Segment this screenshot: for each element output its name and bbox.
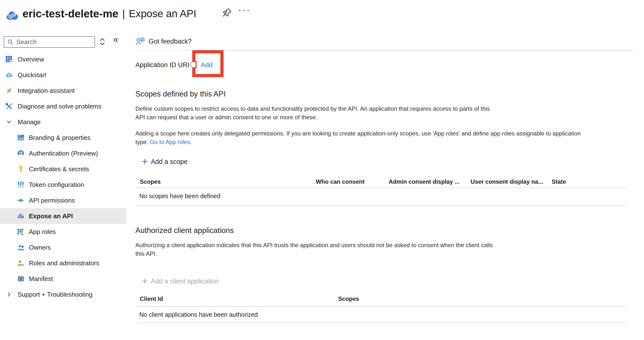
sidebar-item-label: Diagnose and solve problems <box>18 103 102 110</box>
sidebar-item-certificates-secrets[interactable]: Certificates & secrets <box>0 161 126 177</box>
certificates-icon <box>17 165 24 173</box>
app-roles-icon <box>17 228 24 236</box>
sidebar-item-label: Integration assistant <box>18 87 75 94</box>
collapse-sidebar-icon[interactable]: « <box>113 34 118 45</box>
blade-name: Expose an API <box>129 8 196 20</box>
sidebar-item-quickstart[interactable]: Quickstart <box>0 67 126 83</box>
api-permissions-icon <box>17 197 24 204</box>
svg-text:{ }: { } <box>18 278 23 281</box>
integration-assistant-icon <box>6 87 13 94</box>
sidebar-item-integration-assistant[interactable]: Integration assistant <box>0 83 126 98</box>
sidebar-item-label: Manage <box>18 118 41 126</box>
clients-section-title: Authorized client applications <box>136 225 234 236</box>
sidebar-item-label: API permissions <box>29 197 75 204</box>
expose-api-icon <box>17 212 24 220</box>
app-cloud-gears-icon <box>6 9 19 22</box>
quickstart-icon <box>6 71 13 79</box>
application-id-uri-label: Application ID URI <box>136 61 190 69</box>
column-header-client-scopes[interactable]: Scopes <box>338 295 359 302</box>
sidebar-item-label: Expose an API <box>29 212 73 220</box>
sidebar-nav: OverviewQuickstartIntegration assistantD… <box>0 52 126 302</box>
sidebar-item-support-troubleshooting[interactable]: Support + Troubleshooting <box>0 286 126 302</box>
clients-description: Authorizing a client application indicat… <box>136 241 493 258</box>
sidebar-item-label: App roles <box>29 228 56 236</box>
sidebar-item-manage[interactable]: Manage <box>0 114 126 130</box>
column-header-state[interactable]: State <box>552 178 566 186</box>
sidebar-item-label: Support + Troubleshooting <box>18 291 92 298</box>
column-header-user-consent-display[interactable]: User consent display na... <box>471 178 543 186</box>
sidebar-item-owners[interactable]: Owners <box>0 240 126 255</box>
chevron-down-icon <box>6 119 12 125</box>
column-header-who-can-consent[interactable]: Who can consent <box>316 178 364 186</box>
sidebar-item-label: Overview <box>18 56 44 63</box>
more-options-icon[interactable]: ··· <box>238 4 251 16</box>
toolbar-divider <box>191 50 633 50</box>
svg-text:www: www <box>18 138 24 140</box>
sidebar-item-label: Manifest <box>29 275 53 283</box>
sidebar-item-diagnose-and-solve-problems[interactable]: Diagnose and solve problems <box>0 98 126 114</box>
overview-icon <box>6 56 13 63</box>
got-feedback-label: Got feedback? <box>149 38 192 45</box>
scopes-section-title: Scopes defined by this API <box>136 89 226 99</box>
sidebar-item-label: Token configuration <box>29 181 84 188</box>
scopes-note: Adding a scope here creates only delegat… <box>136 129 580 146</box>
column-header-admin-consent-display[interactable]: Admin consent display ... <box>388 178 459 186</box>
go-to-app-roles-link[interactable]: Go to App roles. <box>150 139 192 145</box>
sidebar-item-overview[interactable]: Overview <box>0 52 126 67</box>
token-configuration-icon <box>17 181 24 188</box>
sidebar-item-branding-properties[interactable]: wwwBranding & properties <box>0 130 126 146</box>
toolbar-divider <box>136 50 191 50</box>
annotation-red-stem <box>196 61 197 68</box>
sidebar-item-roles-and-administrators[interactable]: Roles and administrators <box>0 255 126 271</box>
sidebar-search <box>4 36 95 48</box>
sidebar-item-api-permissions[interactable]: API permissions <box>0 192 126 208</box>
pin-icon[interactable] <box>221 7 232 18</box>
diagnose-icon <box>6 103 13 110</box>
sidebar-item-expose-an-api[interactable]: Expose an API <box>0 208 126 224</box>
app-name: eric-test-delete-me <box>22 8 118 20</box>
clients-empty-message: No client applications have been authori… <box>139 311 258 318</box>
plus-icon: + <box>142 156 148 168</box>
resize-diamond-icon[interactable] <box>98 37 108 47</box>
sidebar-item-token-configuration[interactable]: Token configuration <box>0 177 126 192</box>
branding-icon: www <box>17 134 24 141</box>
column-header-scopes[interactable]: Scopes <box>140 178 161 186</box>
table-divider <box>136 322 626 323</box>
page-title: eric-test-delete-me | Expose an API <box>22 6 196 21</box>
sidebar-item-app-roles[interactable]: App roles <box>0 224 126 240</box>
roles-administrators-icon <box>17 260 24 267</box>
table-divider <box>136 306 626 307</box>
add-application-id-uri-link[interactable]: Add <box>201 61 212 69</box>
main-content: Got feedback? Application ID URI Add Sco… <box>136 27 644 340</box>
chevron-right-icon <box>6 291 12 298</box>
sidebar-item-label: Certificates & secrets <box>29 165 89 173</box>
scopes-empty-message: No scopes have been defined <box>139 192 220 200</box>
sidebar-item-label: Branding & properties <box>29 134 90 142</box>
owners-icon <box>17 244 24 251</box>
plus-icon: + <box>142 275 148 287</box>
authentication-icon <box>17 150 24 157</box>
sidebar-item-label: Owners <box>29 244 51 251</box>
azure-portal-page: eric-test-delete-me | Expose an API ··· … <box>0 0 644 340</box>
sidebar-item-label: Authentication (Preview) <box>29 150 98 157</box>
feedback-person-bubble-icon <box>136 37 145 46</box>
sidebar-item-authentication-preview[interactable]: Authentication (Preview) <box>0 146 126 161</box>
title-separator: | <box>122 8 125 20</box>
page-header: eric-test-delete-me | Expose an API ··· <box>0 0 644 27</box>
sidebar-item-label: Roles and administrators <box>29 260 100 267</box>
scopes-description: Define custom scopes to restrict access … <box>136 104 490 122</box>
search-input[interactable] <box>16 38 94 46</box>
sidebar-item-manifest[interactable]: { }Manifest <box>0 271 126 286</box>
search-icon <box>7 39 14 46</box>
manifest-icon: { } <box>17 275 24 282</box>
sidebar: « OverviewQuickstartIntegration assistan… <box>0 27 126 340</box>
table-divider <box>136 205 626 206</box>
sidebar-item-label: Quickstart <box>18 71 46 79</box>
table-divider <box>136 188 626 188</box>
column-header-client-id[interactable]: Client Id <box>140 295 163 302</box>
got-feedback-button[interactable]: Got feedback? <box>136 36 192 46</box>
